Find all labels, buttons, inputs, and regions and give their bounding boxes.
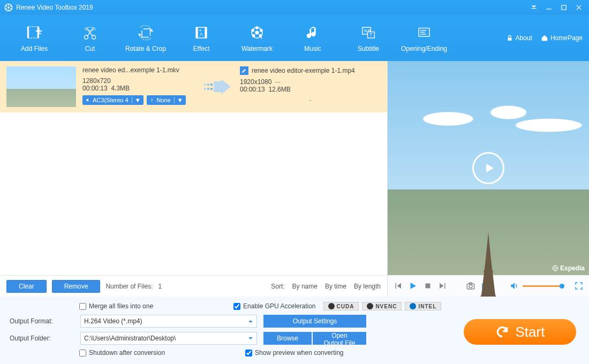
music-icon xyxy=(304,24,322,42)
output-format-label: Output Format: xyxy=(10,317,74,325)
dropdown-icon[interactable] xyxy=(530,4,538,11)
title-bar: Renee Video Toolbox 2019 xyxy=(0,0,589,15)
maximize-icon[interactable] xyxy=(560,4,568,11)
rotate-crop-label: Rotate & Crop xyxy=(125,45,166,52)
output-folder-combo[interactable]: C:\Users\Administrator\Desktop\ xyxy=(80,332,257,345)
main-toolbar: Add Files Cut Rotate & Crop Effect Water… xyxy=(0,15,589,61)
play-button-icon[interactable] xyxy=(408,281,418,291)
source-duration: 00:00:13 xyxy=(82,85,108,92)
close-icon[interactable] xyxy=(575,4,583,11)
svg-point-24 xyxy=(255,31,259,34)
svg-point-1 xyxy=(7,6,10,9)
svg-rect-10 xyxy=(562,5,566,10)
sort-label: Sort: xyxy=(271,283,284,290)
subtitle-icon: SUBT xyxy=(359,24,377,42)
svg-rect-20 xyxy=(196,27,198,38)
video-preview[interactable]: Expedia xyxy=(388,61,589,275)
output-settings-button[interactable]: Output Settings xyxy=(263,315,366,328)
prev-track-icon[interactable] xyxy=(393,281,403,291)
source-size: 4.3MB xyxy=(111,85,130,92)
sort-by-time[interactable]: By time xyxy=(325,283,346,290)
stop-icon[interactable] xyxy=(423,281,433,291)
svg-rect-9 xyxy=(546,9,551,9)
svg-point-22 xyxy=(199,29,201,31)
svg-point-4 xyxy=(10,8,12,10)
main-area: renee video ed...exemple 1-1.mkv 1280x72… xyxy=(0,61,589,297)
opening-ending-label: Opening/Ending xyxy=(401,45,447,52)
effect-icon xyxy=(192,24,210,42)
sort-by-length[interactable]: By length xyxy=(354,283,381,290)
file-row[interactable]: renee video ed...exemple 1-1.mkv 1280x72… xyxy=(0,61,387,112)
destination-resolution: 1920x1080 xyxy=(240,78,271,86)
about-link[interactable]: About xyxy=(506,34,532,42)
cut-icon xyxy=(81,24,99,42)
svg-point-5 xyxy=(8,10,10,11)
svg-rect-15 xyxy=(38,28,39,34)
text-icon: T xyxy=(150,97,155,103)
home-icon xyxy=(541,34,548,42)
destination-filename: renee video editor-exemple 1-1.mp4 xyxy=(252,67,355,74)
svg-point-3 xyxy=(10,5,12,7)
file-list-toolbar: Clear Remove Number of Files: 1 Sort: By… xyxy=(0,275,387,297)
destination-size: 12.6MB xyxy=(268,86,290,93)
homepage-link[interactable]: HomePage xyxy=(541,34,583,42)
sort-by-name[interactable]: By name xyxy=(292,283,318,290)
gpu-checkbox[interactable]: Enable GPU Acceleration xyxy=(233,302,315,310)
watermark-label: Watermark xyxy=(241,45,273,52)
source-resolution: 1280x720 xyxy=(82,77,195,85)
file-list-pane: renee video ed...exemple 1-1.mkv 1280x72… xyxy=(0,61,388,297)
video-watermark: Expedia xyxy=(552,264,585,272)
file-count-value: 1 xyxy=(158,283,162,290)
merge-checkbox[interactable]: Merge all files into one xyxy=(79,302,153,310)
preview-pane: Expedia xyxy=(388,61,589,297)
subtitle-pill[interactable]: TNone▼ xyxy=(147,95,186,105)
speaker-icon xyxy=(86,97,91,103)
svg-rect-43 xyxy=(207,88,209,90)
file-thumbnail xyxy=(6,66,76,107)
svg-point-25 xyxy=(256,27,258,29)
nvenc-badge: NVENC xyxy=(362,302,402,310)
svg-rect-45 xyxy=(210,88,213,90)
convert-arrow-icon xyxy=(201,66,233,107)
refresh-icon xyxy=(495,325,509,339)
minimize-icon[interactable] xyxy=(545,4,553,11)
start-button[interactable]: Start xyxy=(464,319,576,345)
opening-ending-icon xyxy=(415,24,433,42)
cut-button[interactable]: Cut xyxy=(62,17,118,59)
svg-point-29 xyxy=(252,29,254,32)
svg-point-2 xyxy=(8,4,10,5)
add-files-button[interactable]: Add Files xyxy=(6,17,62,59)
output-folder-label: Output Folder: xyxy=(10,335,74,342)
clear-button[interactable]: Clear xyxy=(6,280,47,293)
subtitle-button[interactable]: SUBT Subtitle xyxy=(341,17,396,59)
remove-button[interactable]: Remove xyxy=(52,280,101,293)
chevron-up-icon xyxy=(248,318,253,324)
destination-info: renee video editor-exemple 1-1.mp4 1920x… xyxy=(240,66,381,107)
subtitle-label: Subtitle xyxy=(358,45,379,52)
rotate-crop-button[interactable]: Rotate & Crop xyxy=(118,17,173,59)
next-track-icon[interactable] xyxy=(438,281,448,291)
svg-text:T: T xyxy=(369,32,372,37)
destination-duration: 00:00:13 xyxy=(240,86,265,93)
watermark-icon xyxy=(248,24,266,42)
preview-checkbox[interactable]: Show preview when converting xyxy=(245,349,343,357)
svg-point-6 xyxy=(5,8,7,10)
fullscreen-icon[interactable] xyxy=(574,281,584,291)
play-overlay-button[interactable] xyxy=(472,152,504,184)
svg-rect-47 xyxy=(426,284,431,289)
browse-button[interactable]: Browse xyxy=(263,332,312,345)
effect-button[interactable]: Effect xyxy=(173,17,229,59)
source-info: renee video ed...exemple 1-1.mkv 1280x72… xyxy=(82,66,195,107)
open-output-button[interactable]: Open Output File xyxy=(313,332,366,345)
volume-slider[interactable] xyxy=(523,285,564,287)
progress-placeholder: - xyxy=(240,96,381,104)
watermark-button[interactable]: Watermark xyxy=(229,17,285,59)
output-format-combo[interactable]: H.264 Video (*.mp4) xyxy=(80,315,257,328)
shutdown-checkbox[interactable]: Shutdown after conversion xyxy=(79,349,165,357)
audio-pill[interactable]: AC3(Stereo 4▼ xyxy=(82,95,144,105)
music-button[interactable]: Music xyxy=(285,17,341,59)
opening-ending-button[interactable]: Opening/Ending xyxy=(396,17,452,59)
svg-rect-8 xyxy=(531,8,536,9)
effect-label: Effect xyxy=(193,45,209,52)
edit-name-button[interactable] xyxy=(240,66,248,75)
